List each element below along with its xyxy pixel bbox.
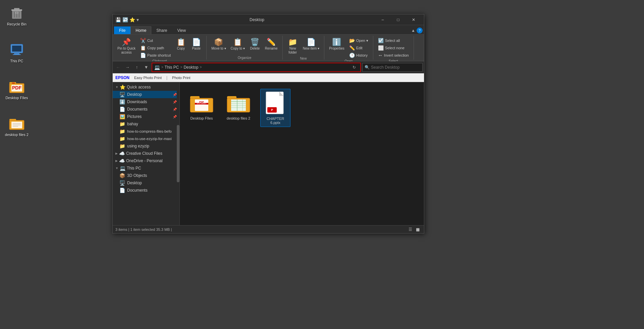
sidebar-item-pictures[interactable]: 🖼️ Pictures 📌: [113, 113, 179, 120]
desktop-icon-desktop-files[interactable]: PDF Desktop FIles: [3, 77, 30, 101]
sidebar-item-3d-objects[interactable]: 📦 3D Objects: [113, 172, 179, 179]
desktop-icon-this-pc[interactable]: This PC: [3, 40, 30, 64]
tab-share[interactable]: Share: [151, 26, 172, 34]
select-none-icon: ⬜: [378, 45, 384, 51]
desktop-pin-icon: 📌: [173, 93, 177, 96]
svg-rect-34: [227, 96, 236, 100]
cut-button[interactable]: ✂️ Cut: [138, 37, 173, 44]
close-button[interactable]: ✕: [406, 14, 421, 25]
file-item-desktop-files-2[interactable]: desktop files 2: [223, 89, 254, 127]
desktop: Recycle Bin This PC PDF Desktop: [0, 0, 644, 329]
delete-button[interactable]: 🗑️ Delete: [248, 37, 262, 52]
new-item-icon: 📄: [307, 39, 316, 46]
title-dropdown[interactable]: ▾: [137, 17, 139, 22]
address-part-desktop[interactable]: Desktop: [183, 65, 198, 70]
desktop-files-label: Desktop FIles: [5, 96, 28, 100]
desktop-files-folder-icon: PDF DOCUMENT: [190, 91, 214, 115]
sidebar-item-using-ezyzip[interactable]: 📁 using ezyzip: [113, 142, 179, 150]
search-box: 🔍: [362, 63, 423, 72]
sidebar-item-documents-pc[interactable]: 📄 Documents: [113, 187, 179, 194]
pin-quick-access-button[interactable]: 📌 Pin to Quickaccess: [115, 37, 138, 56]
pin-icon: 📌: [122, 39, 131, 46]
desktop-icon-recycle-bin[interactable]: Recycle Bin: [3, 3, 30, 27]
bahay-icon: 📁: [119, 121, 125, 127]
cut-icon: ✂️: [140, 38, 146, 43]
tab-view[interactable]: View: [172, 26, 191, 34]
copy-to-button[interactable]: 📋 Copy to ▾: [229, 37, 247, 52]
invert-selection-button[interactable]: ↔️ Invert selection: [376, 52, 411, 59]
file-item-desktop-files[interactable]: PDF DOCUMENT Desktop FIles: [186, 89, 217, 127]
maximize-button[interactable]: □: [390, 14, 406, 25]
minimize-button[interactable]: –: [375, 14, 390, 25]
desktop-files-label: Desktop FIles: [190, 116, 213, 120]
easy-photo-print-button[interactable]: Easy Photo Print: [132, 75, 164, 80]
history-icon: 🕐: [349, 53, 355, 58]
ribbon-collapse-icon[interactable]: ▲: [411, 28, 415, 33]
select-none-button[interactable]: ⬜ Select none: [376, 45, 411, 51]
sidebar-item-documents[interactable]: 📄 Documents 📌: [113, 106, 179, 113]
svg-rect-26: [190, 96, 200, 100]
new-folder-button[interactable]: 📁 Newfolder: [285, 37, 300, 56]
open-icon: 📂: [349, 38, 355, 43]
this-pc-icon: [9, 42, 25, 58]
sidebar-section-this-pc[interactable]: ▼ 💻 This PC: [113, 164, 179, 172]
svg-rect-10: [14, 53, 19, 54]
rename-button[interactable]: ✏️ Rename: [263, 37, 280, 52]
copy-icon: 📋: [176, 39, 185, 46]
desktop-pc-icon: 🖥️: [119, 180, 125, 186]
select-all-button[interactable]: ☑️ Select all: [376, 37, 411, 44]
sidebar-scrollbar[interactable]: [177, 82, 179, 225]
sidebar-item-ezyzip[interactable]: 📁 how-to-use-ezyzip-for-maxi: [113, 135, 179, 142]
search-input[interactable]: [371, 65, 421, 70]
history-button[interactable]: 🕐 History: [347, 52, 370, 59]
sidebar-section-creative-cloud[interactable]: ▶ ☁️ Creative Cloud Files: [113, 150, 179, 157]
properties-button[interactable]: ℹ️ Properties: [327, 37, 346, 52]
delete-icon: 🗑️: [250, 39, 259, 46]
refresh-button[interactable]: ↻: [350, 63, 358, 71]
sidebar-item-compress[interactable]: 📁 how-to-compress-files-befo: [113, 128, 179, 135]
sidebar-item-desktop-pc[interactable]: 🖥️ Desktop: [113, 179, 179, 187]
nav-recent-button[interactable]: ▼: [142, 63, 150, 71]
sidebar-section-onedrive[interactable]: ▶ ☁️ OneDrive - Personal: [113, 157, 179, 164]
list-view-button[interactable]: ☰: [407, 226, 414, 233]
this-pc-sidebar-icon: 💻: [120, 166, 125, 171]
sidebar-item-downloads[interactable]: ⬇️ Downloads 📌: [113, 98, 179, 106]
onedrive-label: OneDrive - Personal: [126, 158, 163, 163]
grid-view-button[interactable]: ▦: [414, 226, 421, 233]
file-item-chapter6[interactable]: P CHAPTER 6.pptx: [260, 89, 290, 127]
creative-cloud-icon: ☁️: [119, 151, 125, 156]
title-bar: 💾 ↩️ ⭐ ▾ Desktop – □ ✕: [113, 14, 424, 25]
nav-up-button[interactable]: ↑: [133, 63, 141, 71]
address-bar[interactable]: 💻 > This PC > Desktop > ↻: [152, 63, 361, 72]
tab-home[interactable]: Home: [130, 26, 151, 34]
nav-back-button[interactable]: ←: [114, 63, 122, 71]
svg-text:P: P: [271, 108, 273, 112]
recycle-bin-icon: [9, 5, 25, 21]
sidebar-item-desktop[interactable]: 🖥️ Desktop 📌: [113, 91, 179, 98]
title-quick-save[interactable]: 💾: [115, 17, 121, 22]
copy-button[interactable]: 📋 Copy: [173, 37, 188, 52]
new-item-button[interactable]: 📄 New item ▾: [301, 37, 321, 52]
paste-shortcut-button[interactable]: 📄 Paste shortcut: [138, 52, 173, 59]
sidebar-item-bahay[interactable]: 📁 bahay: [113, 120, 179, 128]
open-button[interactable]: 📂 Open ▾: [347, 37, 370, 44]
edit-button[interactable]: ✏️ Edit: [347, 45, 370, 51]
documents-icon: 📄: [119, 107, 125, 112]
ribbon-group-select: ☑️ Select all ⬜ Select none ↔️ Invert se…: [373, 36, 414, 60]
address-pc-icon: 💻: [154, 65, 160, 70]
paste-button[interactable]: 📄 Paste: [189, 37, 204, 52]
invert-selection-icon: ↔️: [378, 53, 383, 58]
address-part-thispc[interactable]: This PC: [165, 65, 179, 70]
ribbon-help-icon[interactable]: ?: [417, 27, 423, 34]
title-quick-undo[interactable]: ↩️: [122, 17, 128, 22]
desktop-icon-desktop-files-2[interactable]: desktop files 2: [3, 114, 30, 138]
copy-path-button[interactable]: 📋 Copy path: [138, 45, 173, 51]
tab-file[interactable]: File: [114, 26, 130, 34]
title-quick-redo[interactable]: ⭐: [129, 17, 135, 22]
move-to-button[interactable]: 📦 Move to ▾: [209, 37, 228, 52]
nav-forward-button[interactable]: →: [123, 63, 131, 71]
clipboard-small-buttons: ✂️ Cut 📋 Copy path 📄 Paste shortcut: [138, 37, 173, 59]
photo-print-button[interactable]: Photo Print: [170, 75, 192, 80]
sidebar-section-quick-access[interactable]: ▼ ⭐ Quick access: [113, 83, 179, 91]
svg-point-6: [15, 11, 19, 14]
